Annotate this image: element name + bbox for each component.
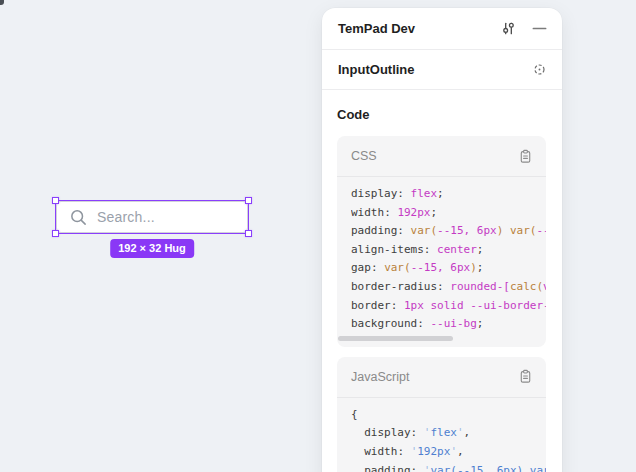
locate-crosshair-icon[interactable] [531, 62, 547, 78]
search-placeholder-text: Search... [97, 209, 155, 225]
component-row: InputOutline [322, 50, 562, 90]
javascript-card-label: JavaScript [351, 370, 517, 384]
component-name: InputOutline [338, 62, 531, 77]
css-horizontal-scrollbar[interactable] [337, 334, 546, 347]
cursor-fragment [0, 0, 4, 5]
code-section: Code CSS display: flex;width: 192px;padd… [322, 90, 562, 472]
panel-title: TemPad Dev [338, 21, 500, 36]
javascript-code-body[interactable]: { display: 'flex', width: '192px', paddi… [337, 398, 546, 472]
sliders-icon[interactable] [500, 21, 516, 37]
javascript-card-header: JavaScript [337, 357, 546, 398]
magnifier-icon [69, 208, 88, 227]
tempad-dev-panel: TemPad Dev InputOutline [322, 8, 562, 472]
panel-header: TemPad Dev [322, 8, 562, 50]
javascript-code-card: JavaScript { display: 'flex', width: '19… [337, 357, 546, 472]
search-input-component[interactable]: Search... [56, 201, 248, 233]
minimize-icon[interactable] [531, 21, 547, 37]
css-code-card: CSS display: flex;width: 192px;padding: … [337, 136, 546, 347]
dimensions-badge: 192 × 32 Hug [110, 239, 194, 258]
css-card-label: CSS [351, 149, 517, 163]
copy-clipboard-icon[interactable] [517, 148, 533, 164]
code-section-title: Code [337, 107, 546, 122]
css-code-body[interactable]: display: flex;width: 192px;padding: var(… [337, 177, 546, 334]
css-card-header: CSS [337, 136, 546, 177]
copy-clipboard-icon[interactable] [517, 369, 533, 385]
css-scrollbar-thumb[interactable] [338, 336, 453, 341]
